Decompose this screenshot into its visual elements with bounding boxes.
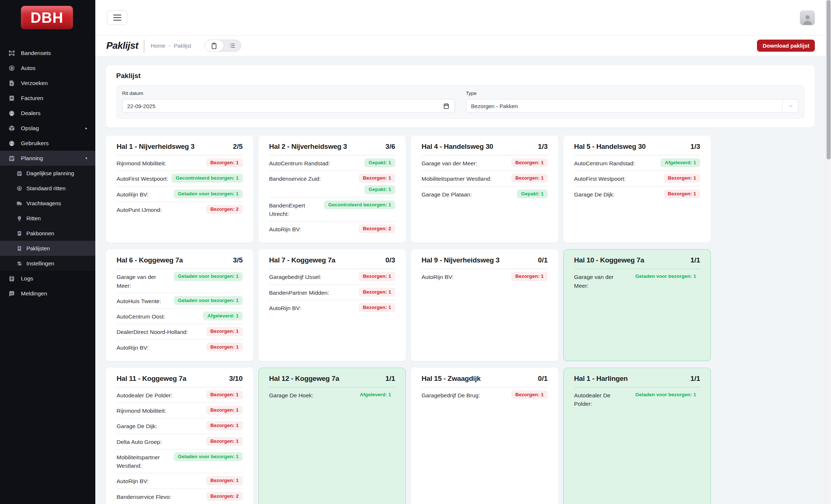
dealer-row: Garagebedrijf De Brug:Bezorgen: 1 bbox=[422, 387, 548, 402]
dealer-badges: Geladen voor bezorgen: 1 bbox=[174, 272, 243, 281]
dealer-badges: Bezorgen: 1 bbox=[206, 343, 243, 352]
dealer-name: AutoFirst Westpoort: bbox=[574, 174, 661, 183]
hall-card-header: Hal 10 - Koggeweg 7a1/1 bbox=[574, 254, 700, 269]
dealer-name: AutoRijn BV: bbox=[117, 476, 203, 485]
sidebar-item-instellingen[interactable]: Instellingen bbox=[0, 256, 95, 271]
hall-card: Hal 10 - Koggeweg 7a1/1Garage van der Me… bbox=[563, 249, 711, 361]
type-select-value: Bezorgen - Pakken bbox=[471, 103, 794, 109]
sidebar-item-dealers[interactable]: Dealers bbox=[0, 106, 95, 121]
scrollbar[interactable] bbox=[826, 0, 831, 504]
hall-card-header: Hal 2 - Nijverheidsweg 33/6 bbox=[269, 140, 395, 155]
sidebar-item-label: Facturen bbox=[21, 95, 43, 102]
sidebar-item-paklijsten[interactable]: Paklijsten bbox=[0, 241, 95, 256]
sidebar-menu: BandensetsAutosVerzoekenFacturenDealersO… bbox=[0, 45, 95, 301]
sidebar-item-planning[interactable]: Planning▾ bbox=[0, 151, 95, 166]
chevron-down-icon: ▾ bbox=[85, 156, 87, 160]
hall-title: Hal 1 - Harlingen bbox=[574, 375, 628, 383]
date-value[interactable] bbox=[127, 103, 443, 109]
dealer-row: Rijnmond Mobiliteit:Bezorgen: 1 bbox=[117, 403, 243, 418]
app-root: DBH BandensetsAutosVerzoekenFacturenDeal… bbox=[0, 0, 831, 504]
sidebar-item-opslag[interactable]: Opslag▸ bbox=[0, 121, 95, 136]
hall-title: Hal 4 - Handelsweg 30 bbox=[422, 143, 493, 151]
dealer-badges: Bezorgen: 1 bbox=[206, 437, 243, 446]
dealer-name: Garage De Hoek: bbox=[269, 390, 353, 400]
status-badge: Bezorgen: 1 bbox=[206, 327, 243, 336]
calendar-icon[interactable] bbox=[443, 103, 450, 110]
status-badge: Bezorgen: 2 bbox=[206, 492, 243, 501]
dealer-name: Garage van der Meer: bbox=[422, 158, 508, 168]
dealer-name: AutoRijn BV: bbox=[117, 190, 171, 199]
status-badge: Geladen voor bezorgen: 1 bbox=[174, 272, 243, 281]
dealer-name: Garage van der Meer: bbox=[117, 272, 171, 290]
dealer-row: Bandenservice Zuid:Bezorgen: 1Gepakt: 1 bbox=[269, 171, 395, 197]
date-input[interactable] bbox=[122, 99, 455, 113]
sidebar-item-logs[interactable]: Logs bbox=[0, 271, 95, 286]
dealer-name: Delta Auto Groep: bbox=[117, 437, 203, 446]
dealer-name: AutoCentrum Randstad: bbox=[574, 158, 658, 168]
sidebar-item-label: Instellingen bbox=[26, 260, 54, 266]
sidebar-item-facturen[interactable]: Facturen bbox=[0, 91, 95, 106]
sidebar-item-meldingen[interactable]: Meldingen bbox=[0, 286, 95, 301]
sidebar-item-label: Dealers bbox=[21, 110, 40, 117]
sidebar-item-label: Bandensets bbox=[21, 50, 51, 56]
dealer-row: BandenExpert Utrecht:Gecontroleerd bezor… bbox=[269, 198, 395, 222]
sidebar-item-label: Dagelijkse planning bbox=[26, 170, 74, 176]
filter-card: Paklijst Rit datum bbox=[106, 65, 815, 128]
sidebar-item-bandensets[interactable]: Bandensets bbox=[0, 45, 95, 60]
dealer-row: AutoRijn BV:Bezorgen: 1 bbox=[117, 473, 243, 489]
hall-card: Hal 15 - Zwaagdijk0/1Garagebedrijf De Br… bbox=[411, 368, 558, 504]
dealer-badges: Gecontroleerd bezorgen: 1 bbox=[324, 201, 395, 209]
dealer-badges: Bezorgen: 1 bbox=[206, 390, 243, 399]
dealer-row: AutoRijn BV:Bezorgen: 1 bbox=[422, 269, 548, 284]
view-toggle-card-segment[interactable] bbox=[205, 40, 224, 52]
download-paklijst-button[interactable]: Download paklijst bbox=[757, 40, 815, 52]
hall-progress-count: 1/3 bbox=[691, 143, 700, 151]
breadcrumb-current[interactable]: Paklijst bbox=[174, 43, 191, 49]
avatar[interactable] bbox=[800, 10, 815, 25]
dealer-name: BandenPartner Midden: bbox=[269, 288, 356, 297]
sidebar-item-gebruikers[interactable]: Gebruikers bbox=[0, 136, 95, 151]
hall-card-header: Hal 9 - Nijverheidsweg 30/1 bbox=[422, 254, 548, 269]
status-badge: Geladen voor bezorgen: 1 bbox=[174, 190, 243, 198]
status-badge: Bezorgen: 1 bbox=[206, 421, 243, 430]
dealer-name: Garagebedrijf IJssel: bbox=[269, 272, 356, 281]
sidebar-item-ritten[interactable]: Ritten bbox=[0, 211, 95, 226]
menu-toggle-button[interactable] bbox=[107, 10, 127, 25]
view-toggle-list-segment[interactable] bbox=[224, 40, 241, 51]
page-title: Paklijst bbox=[106, 40, 138, 51]
header-divider bbox=[144, 39, 144, 52]
sidebar-item-label: Pakbonnen bbox=[26, 230, 54, 236]
hall-progress-count: 0/3 bbox=[386, 256, 395, 264]
status-badge: Bezorgen: 1 bbox=[511, 390, 548, 399]
dealer-badges: Bezorgen: 1 bbox=[664, 174, 700, 183]
dealer-row: AutoCentrum Randstad:Afgeleverd: 1 bbox=[574, 155, 700, 171]
hall-card: Hal 11 - Koggeweg 7a3/10Autodealer De Po… bbox=[106, 368, 253, 504]
dealer-name: Garage De Plataan: bbox=[422, 190, 514, 199]
dealer-badges: Afgeleverd: 1 bbox=[203, 312, 243, 320]
dealer-badges: Bezorgen: 1 bbox=[206, 327, 243, 336]
sidebar-item-autos[interactable]: Autos bbox=[0, 60, 95, 76]
sidebar-item-standaard-ritten[interactable]: Standaard ritten bbox=[0, 181, 95, 196]
main-area: Paklijst Home - Paklijst bbox=[95, 0, 831, 504]
sidebar-item-label: Paklijsten bbox=[26, 245, 50, 251]
dealer-row: DealerDirect Noord-Holland:Bezorgen: 1 bbox=[117, 324, 243, 339]
date-label: Rit datum bbox=[122, 91, 455, 96]
sidebar-item-dagelijkse-planning[interactable]: Dagelijkse planning bbox=[0, 166, 95, 181]
hall-card: Hal 9 - Nijverheidsweg 30/1AutoRijn BV:B… bbox=[411, 249, 558, 361]
brand-logo[interactable]: DBH bbox=[21, 6, 73, 29]
hall-progress-count: 1/3 bbox=[538, 143, 548, 151]
sidebar-item-vrachtwagens[interactable]: Vrachtwagens bbox=[0, 196, 95, 211]
sidebar-item-pakbonnen[interactable]: Pakbonnen bbox=[0, 226, 95, 241]
status-badge: Bezorgen: 1 bbox=[206, 343, 243, 352]
sidebar-item-label: Vrachtwagens bbox=[26, 200, 61, 206]
clipboard-icon bbox=[8, 275, 15, 282]
dealer-name: BandenExpert Utrecht: bbox=[269, 201, 321, 218]
breadcrumb-home[interactable]: Home bbox=[151, 43, 165, 49]
scrollbar-thumb[interactable] bbox=[827, 0, 831, 159]
package-icon bbox=[8, 125, 15, 132]
type-select[interactable]: Bezorgen - Pakken bbox=[466, 99, 799, 113]
status-badge: Geladen voor bezorgen: 1 bbox=[174, 452, 243, 461]
sidebar-item-verzoeken[interactable]: Verzoeken bbox=[0, 76, 95, 91]
dealer-row: AutoCentrum Oost:Afgeleverd: 1 bbox=[117, 309, 243, 324]
hall-progress-count: 3/5 bbox=[233, 256, 243, 264]
